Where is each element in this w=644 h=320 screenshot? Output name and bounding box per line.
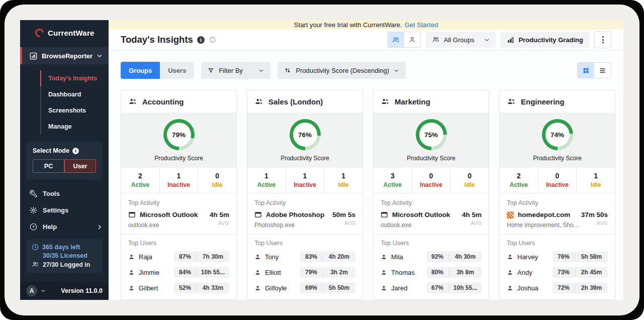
- user-productivity-pct: 80%: [429, 269, 446, 276]
- top-activity-heading: Top Activity: [128, 199, 229, 206]
- banner-message: Start your free trial with CurrentWare.: [294, 21, 402, 29]
- person-icon: [507, 269, 513, 276]
- group-card: Engineering 74% Productivity Score 2Acti…: [499, 90, 615, 300]
- top-users-section: Top Users Harvey76%5h 58mAndy73%2h 45mJo…: [500, 235, 615, 299]
- top-user-row[interactable]: Mila92%4h 30m: [381, 251, 482, 262]
- group-card-header[interactable]: Sales (London): [247, 90, 362, 113]
- version-label: Version 11.0.0: [61, 287, 103, 294]
- refresh-icon[interactable]: [209, 36, 217, 44]
- group-card-header[interactable]: Accounting: [121, 90, 236, 113]
- score-value: 74%: [545, 123, 570, 147]
- user-name: Gilbert: [139, 284, 158, 292]
- license-days-row: 365 days left: [32, 244, 97, 251]
- sidebar-item-label: Tools: [43, 190, 60, 197]
- status-stats-row: 1Active1Inactive1Idle: [247, 168, 362, 193]
- person-icon: [381, 285, 387, 291]
- top-user-row[interactable]: Jared67%10h 55...: [381, 282, 482, 293]
- user-active-time: 10h 55...: [199, 269, 227, 276]
- top-activity-heading: Top Activity: [381, 199, 482, 206]
- sidebar-item-tools[interactable]: Tools: [20, 185, 109, 202]
- chevron-down-icon: [258, 68, 264, 73]
- user-active-time: 4h 33m: [199, 284, 227, 291]
- user-name: Thomas: [391, 269, 415, 276]
- filter-by-dropdown[interactable]: Filter By: [201, 62, 270, 79]
- header-actions: All Groups Productivity Grading: [388, 31, 611, 48]
- sidebar-subitem-manage[interactable]: Manage: [40, 119, 109, 135]
- person-icon: [254, 285, 261, 291]
- user-name: Joshua: [517, 284, 538, 292]
- more-options-button[interactable]: [594, 31, 611, 48]
- score-donut: 74%: [542, 119, 573, 150]
- user-name: Mila: [391, 253, 403, 261]
- user-productivity-pct: 52%: [176, 284, 194, 291]
- person-icon: [381, 269, 387, 276]
- top-user-row[interactable]: Gilbert52%4h 33m: [128, 282, 229, 293]
- groups-view-button[interactable]: [388, 32, 404, 47]
- mode-pc-button[interactable]: PC: [33, 159, 64, 173]
- avatar[interactable]: A: [26, 285, 37, 296]
- top-user-row[interactable]: Thomas80%3h 8m: [381, 267, 482, 278]
- avg-label: AVG: [581, 221, 608, 226]
- stat-inactive: 1Inactive: [286, 168, 324, 193]
- top-user-row[interactable]: Elliott79%3h 2m: [254, 267, 355, 278]
- person-icon: [128, 285, 135, 291]
- top-user-row[interactable]: Gilfoyle69%5h 50m: [254, 282, 355, 293]
- sidebar-subitem-today-s-insights[interactable]: Today's Insights: [40, 70, 109, 86]
- user-view-button[interactable]: [404, 32, 420, 47]
- score-donut: 75%: [416, 119, 447, 150]
- person-icon: [128, 254, 135, 260]
- user-active-time: 5h 50m: [325, 284, 353, 291]
- sidebar-subnav: Today's InsightsDashboardScreenshotsMana…: [40, 70, 109, 135]
- pill-divider: [322, 269, 323, 276]
- info-icon[interactable]: i: [72, 148, 79, 154]
- sidebar-item-help[interactable]: ? Help: [20, 219, 109, 235]
- chevron-right-icon: [97, 224, 103, 230]
- top-user-row[interactable]: Harvey76%5h 58m: [507, 251, 608, 262]
- all-groups-dropdown[interactable]: All Groups: [426, 32, 496, 48]
- user-productivity-pct: 92%: [429, 253, 446, 260]
- main-area: Start your free trial with CurrentWare. …: [109, 20, 623, 300]
- sort-dropdown[interactable]: Productivity Score (Descending): [278, 62, 406, 79]
- user-stats-pill: 76%5h 58m: [553, 251, 608, 262]
- get-started-link[interactable]: Get Started: [405, 21, 438, 29]
- top-activity-heading: Top Activity: [254, 199, 355, 206]
- sidebar-item-browsereporter[interactable]: BrowseReporter: [20, 47, 109, 64]
- grid-view-button[interactable]: [578, 63, 594, 78]
- select-mode-panel: Select Mode i PC User: [26, 142, 103, 179]
- chevron-down-icon[interactable]: [41, 288, 46, 293]
- top-activity-time: 4h 5m: [210, 211, 229, 219]
- help-circle-icon: ?: [30, 223, 37, 231]
- list-view-button[interactable]: [594, 63, 611, 78]
- productivity-grading-button[interactable]: Productivity Grading: [501, 32, 589, 48]
- top-user-row[interactable]: Raja87%7h 30m: [128, 251, 229, 262]
- user-stats-pill: 73%2h 45m: [553, 267, 608, 278]
- user-productivity-pct: 83%: [303, 253, 320, 260]
- user-name: Harvey: [517, 253, 538, 261]
- sidebar-item-settings[interactable]: Settings: [20, 202, 109, 219]
- pill-divider: [322, 254, 323, 260]
- top-user-row[interactable]: Andy73%2h 45m: [507, 267, 608, 278]
- score-label: Productivity Score: [500, 155, 615, 162]
- group-card-header[interactable]: Marketing: [374, 90, 489, 113]
- top-users-list: Tony83%4h 20mElliott79%3h 2mGilfoyle69%5…: [254, 251, 355, 293]
- top-user-row[interactable]: Tony83%4h 20m: [254, 251, 355, 262]
- tab-groups[interactable]: Groups: [121, 62, 160, 79]
- top-activity-name: Microsoft Outlook: [140, 211, 198, 219]
- status-stats-row: 2Active1Inactive0Idle: [121, 168, 236, 193]
- mode-user-button[interactable]: User: [64, 159, 96, 173]
- top-user-row[interactable]: Joshua72%2h 39m: [507, 282, 608, 293]
- tab-users[interactable]: Users: [160, 62, 194, 79]
- group-card-header[interactable]: Engineering: [500, 90, 615, 113]
- avg-label: AVG: [332, 221, 355, 226]
- info-icon[interactable]: i: [197, 36, 205, 44]
- entity-toggle: [388, 32, 421, 48]
- user-active-time: 2h 39m: [578, 284, 605, 291]
- users-icon: [32, 261, 39, 268]
- top-user-row[interactable]: Jimmie84%10h 55...: [128, 267, 229, 278]
- sidebar-subitem-screenshots[interactable]: Screenshots: [40, 102, 109, 119]
- score-label: Productivity Score: [121, 155, 236, 162]
- sidebar-item-label: Settings: [43, 206, 68, 214]
- user-stats-pill: 52%4h 33m: [174, 282, 229, 293]
- sidebar-subitem-dashboard[interactable]: Dashboard: [40, 86, 109, 102]
- license-days: 365 days left: [42, 244, 80, 251]
